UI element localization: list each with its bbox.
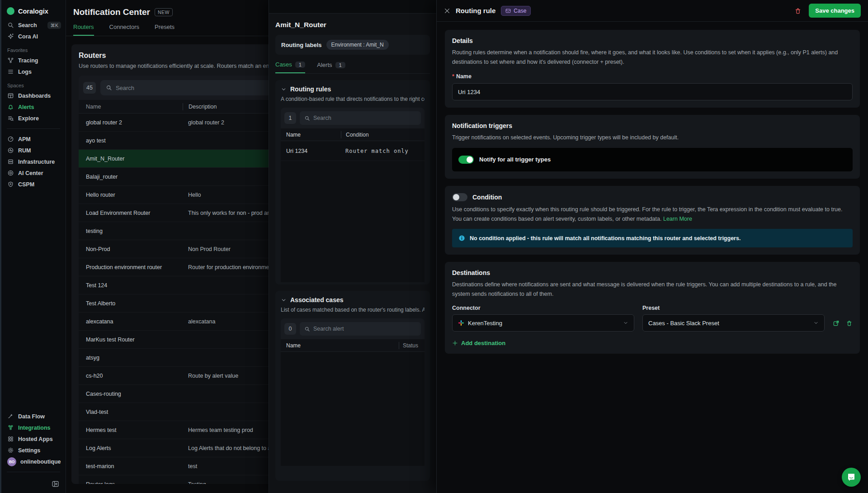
coralogix-logo[interactable]: Coralogix bbox=[1, 5, 66, 19]
triggers-description: Trigger notifications on selected events… bbox=[452, 133, 853, 142]
cases-search-input[interactable]: Search alert bbox=[300, 322, 421, 336]
close-icon[interactable] bbox=[444, 8, 450, 14]
alerts-count-badge: 1 bbox=[335, 62, 345, 68]
learn-more-link[interactable]: Learn More bbox=[663, 216, 692, 222]
sidebar-item-search[interactable]: Search ⌘K bbox=[1, 19, 66, 31]
routers-count-badge: 45 bbox=[83, 82, 96, 94]
name-field-label: * Name bbox=[452, 73, 853, 80]
preset-select[interactable]: Cases - Basic Slack Preset bbox=[642, 314, 825, 332]
cases-count-badge: 1 bbox=[295, 62, 305, 68]
router-name: Hermes test bbox=[79, 427, 183, 433]
tab-alerts[interactable]: Alerts 1 bbox=[317, 61, 345, 73]
coralogix-logo-icon bbox=[7, 7, 14, 15]
pulse-icon bbox=[7, 147, 14, 154]
sidebar-item-account[interactable]: BO onlineboutique bbox=[1, 456, 66, 467]
sidebar-item-tracing[interactable]: Tracing bbox=[1, 55, 66, 66]
router-name: testing bbox=[79, 228, 183, 234]
sidebar-item-data-flow[interactable]: Data Flow bbox=[1, 411, 66, 422]
connector-select[interactable]: KerenTesting bbox=[452, 314, 634, 332]
account-name: onlineboutique bbox=[20, 459, 61, 465]
router-name: Vlad-test bbox=[79, 409, 183, 415]
chat-icon bbox=[847, 473, 856, 482]
destinations-description: Destinations define where notifications … bbox=[452, 280, 853, 299]
logs-icon bbox=[7, 68, 14, 75]
tab-presets[interactable]: Presets bbox=[155, 24, 175, 36]
details-title: Details bbox=[452, 37, 853, 44]
search-icon bbox=[7, 22, 14, 28]
sidebar-item-integrations[interactable]: Integrations bbox=[1, 422, 66, 433]
drawer-top-strip bbox=[269, 0, 436, 14]
chevron-down-icon bbox=[813, 320, 819, 326]
triggers-title: Notification triggers bbox=[452, 122, 853, 129]
routing-rules-header[interactable]: Routing rules bbox=[281, 85, 425, 93]
tab-routers[interactable]: Routers bbox=[73, 24, 94, 36]
router-name: MarKus test Router bbox=[79, 337, 183, 343]
router-name: atsyg bbox=[79, 355, 183, 361]
sidebar-item-alerts[interactable]: Alerts bbox=[1, 101, 66, 113]
sidebar-item-infrastructure[interactable]: Infrastructure bbox=[1, 156, 66, 167]
delete-destination-icon[interactable] bbox=[846, 320, 853, 327]
routing-rules-section: Routing rules A condition-based rule tha… bbox=[275, 80, 430, 284]
add-destination-button[interactable]: Add destination bbox=[452, 340, 853, 346]
rules-search-input[interactable]: Search bbox=[300, 111, 421, 125]
hexagons-icon bbox=[7, 424, 14, 431]
preset-label: Preset bbox=[642, 305, 825, 311]
router-name: Test 124 bbox=[79, 282, 183, 289]
sidebar-item-cspm[interactable]: CSPM bbox=[1, 179, 66, 190]
tab-cases[interactable]: Cases 1 bbox=[275, 61, 305, 73]
condition-title: Condition bbox=[472, 194, 502, 201]
environment-label-chip: Environment : Amit_N bbox=[326, 40, 389, 50]
bell-icon bbox=[7, 104, 14, 110]
collapse-sidebar-icon[interactable] bbox=[52, 480, 59, 488]
trigger-toggle-box: Notify for all trigger types bbox=[452, 148, 853, 171]
info-icon bbox=[458, 235, 465, 242]
sidebar-item-apm[interactable]: APM bbox=[1, 133, 66, 145]
open-in-new-icon[interactable] bbox=[833, 320, 840, 327]
routing-rules-description: A condition-based rule that directs noti… bbox=[281, 96, 425, 102]
gear-icon bbox=[7, 447, 14, 454]
sidebar-divider-bottom bbox=[7, 472, 60, 472]
notification-triggers-card: Notification triggers Trigger notificati… bbox=[445, 115, 860, 179]
router-name: Log Alerts bbox=[79, 445, 183, 451]
case-type-badge: Case bbox=[501, 6, 531, 16]
grid-icon bbox=[7, 92, 14, 99]
router-tabs: Cases 1 Alerts 1 bbox=[275, 61, 430, 74]
sidebar-item-explore[interactable]: Explore bbox=[1, 113, 66, 124]
router-name: test-marion bbox=[79, 463, 183, 469]
rule-name-input[interactable] bbox=[452, 83, 853, 100]
router-name: ayo test bbox=[79, 137, 183, 144]
delete-rule-icon[interactable] bbox=[794, 7, 802, 14]
sidebar-item-logs[interactable]: Logs bbox=[1, 66, 66, 77]
mail-icon bbox=[505, 8, 511, 14]
sidebar-item-hosted-apps[interactable]: Hosted Apps bbox=[1, 433, 66, 445]
tab-connectors[interactable]: Connectors bbox=[109, 24, 139, 36]
tracing-icon bbox=[7, 57, 14, 64]
sidebar-item-settings[interactable]: Settings bbox=[1, 445, 66, 456]
shortcut-badge: ⌘K bbox=[47, 22, 61, 29]
sidebar-item-cora-ai[interactable]: Cora AI bbox=[1, 31, 66, 42]
page-title: Notification Center bbox=[73, 7, 150, 17]
router-name: Router logs bbox=[79, 481, 183, 484]
sidebar-item-dashboards[interactable]: Dashboards bbox=[1, 90, 66, 101]
details-description: Routing rules determine when a notificat… bbox=[452, 48, 853, 66]
rule-row[interactable]: Uri 1234 Router match only bbox=[281, 141, 425, 161]
router-name: Test Alberto bbox=[79, 300, 183, 307]
search-icon bbox=[106, 85, 112, 91]
drawer-title: Routing rule bbox=[456, 7, 495, 14]
condition-toggle[interactable] bbox=[452, 193, 467, 201]
associated-cases-section: Associated cases List of cases matched b… bbox=[275, 291, 430, 481]
sidebar-item-ai-center[interactable]: AI Center bbox=[1, 167, 66, 179]
notify-all-toggle[interactable] bbox=[458, 156, 474, 164]
stack-icon bbox=[7, 158, 14, 165]
favorites-section-label: Favorites bbox=[1, 42, 66, 55]
sidebar-item-rum[interactable]: RUM bbox=[1, 145, 66, 156]
sidebar-divider bbox=[7, 128, 60, 129]
gauge-icon bbox=[7, 136, 14, 142]
router-name: alexcatana bbox=[79, 318, 183, 325]
routing-labels-box: Routing labels Environment : Amit_N bbox=[275, 35, 430, 55]
intercom-launcher[interactable] bbox=[842, 468, 861, 487]
router-name: global router 2 bbox=[79, 119, 183, 126]
rules-count-badge: 1 bbox=[284, 112, 296, 124]
associated-cases-header[interactable]: Associated cases bbox=[281, 296, 425, 303]
save-button[interactable]: Save changes bbox=[809, 4, 861, 18]
